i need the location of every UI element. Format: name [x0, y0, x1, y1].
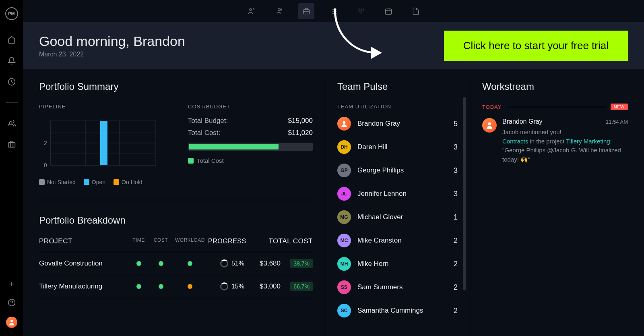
help-icon[interactable]	[7, 298, 16, 307]
greeting-date: March 23, 2022	[39, 51, 185, 58]
svg-point-6	[278, 8, 280, 10]
team-row[interactable]: MCMike Cranston2	[337, 234, 458, 247]
new-badge: NEW	[611, 104, 628, 110]
total-cost-value: $11,020	[288, 129, 313, 137]
svg-point-22	[488, 122, 491, 125]
portfolio-summary-title: Portfolio Summary	[39, 81, 313, 92]
ws-author: Brandon Gray	[502, 118, 543, 125]
total-cost-legend: Total Cost	[188, 157, 313, 164]
users-icon[interactable]	[7, 119, 16, 128]
team-row[interactable]: JLJennifer Lennon3	[337, 187, 458, 201]
bell-icon[interactable]	[7, 56, 16, 65]
team-row[interactable]: SSSam Summers2	[337, 280, 458, 294]
total-cost-label: Total Cost:	[188, 129, 220, 137]
today-label: TODAY	[482, 104, 502, 110]
legend-open: Open	[84, 179, 105, 185]
team-row[interactable]: MGMichael Glover1	[337, 210, 458, 224]
team-row[interactable]: DHDaren Hill3	[337, 140, 458, 154]
portfolio-breakdown-title: Portfolio Breakdown	[39, 215, 313, 226]
team-row[interactable]: Brandon Gray5	[337, 117, 458, 131]
team-utilization-label: TEAM UTILIZATION	[337, 104, 458, 110]
briefcase-nav-icon[interactable]	[298, 3, 314, 19]
svg-text:0: 0	[44, 162, 47, 168]
col-workload: WORKLOAD	[172, 237, 208, 245]
plus-icon[interactable]	[7, 280, 16, 288]
avatar	[482, 118, 497, 133]
board-icon[interactable]	[353, 3, 369, 19]
svg-text:2: 2	[44, 140, 47, 146]
person-star-icon[interactable]	[271, 3, 287, 19]
clock-icon[interactable]	[7, 77, 16, 86]
svg-rect-8	[385, 9, 391, 14]
total-budget-value: $15,000	[288, 117, 313, 125]
workstream-item[interactable]: Brandon Gray 11:54 AM Jacob mentioned yo…	[482, 118, 628, 164]
file-icon[interactable]	[408, 3, 424, 19]
col-progress: PROGRESS	[208, 237, 246, 245]
team-row[interactable]: SCSamantha Cummings2	[337, 304, 458, 317]
svg-point-21	[343, 121, 346, 124]
calendar-icon[interactable]	[380, 3, 396, 19]
col-project: PROJECT	[39, 237, 128, 245]
col-cost: COST	[150, 237, 172, 245]
briefcase-icon[interactable]	[7, 140, 16, 149]
list-icon[interactable]	[326, 3, 342, 19]
ws-time: 11:54 AM	[606, 119, 628, 125]
col-total-cost: TOTAL COST	[246, 237, 313, 245]
workstream-title: Workstream	[482, 81, 628, 92]
svg-point-4	[250, 8, 252, 10]
pipeline-chart: 2 0	[39, 117, 160, 173]
scrollbar[interactable]	[463, 97, 466, 290]
team-row[interactable]: MHMike Horn2	[337, 257, 458, 271]
greeting-title: Good morning, Brandon	[39, 33, 185, 49]
ws-message: Jacob mentioned you! Contracts in the pr…	[502, 128, 628, 164]
total-budget-label: Total Budget:	[188, 117, 228, 125]
topbar	[23, 0, 644, 23]
svg-rect-20	[100, 121, 107, 165]
svg-point-3	[10, 320, 13, 322]
cost-budget-label: COST/BUDGET	[188, 104, 313, 110]
user-avatar[interactable]	[6, 317, 17, 328]
logo[interactable]: PM	[5, 7, 18, 20]
team-row[interactable]: GPGeorge Phillips3	[337, 164, 458, 177]
team-pulse-title: Team Pulse	[337, 81, 458, 92]
header: Good morning, Brandon March 23, 2022 Cli…	[23, 23, 644, 69]
breakdown-table: PROJECT TIME COST WORKLOAD PROGRESS TOTA…	[39, 237, 313, 298]
col-time: TIME	[128, 237, 150, 245]
svg-rect-1	[8, 143, 15, 147]
people-config-icon[interactable]	[244, 3, 260, 19]
legend-not-started: Not Started	[39, 179, 76, 185]
table-row[interactable]: Govalle Construction 51% $3,680 38.7%	[39, 252, 313, 275]
svg-point-5	[253, 8, 254, 10]
sidebar: PM	[0, 0, 23, 336]
legend-on-hold: On Hold	[114, 179, 142, 185]
cta-banner[interactable]: Click here to start your free trial	[444, 31, 628, 61]
pipeline-label: PIPELINE	[39, 104, 164, 110]
table-row[interactable]: Tillery Manufacturing 15% $3,000 66.7%	[39, 275, 313, 298]
budget-progress-bar	[188, 143, 313, 151]
home-icon[interactable]	[7, 35, 16, 44]
